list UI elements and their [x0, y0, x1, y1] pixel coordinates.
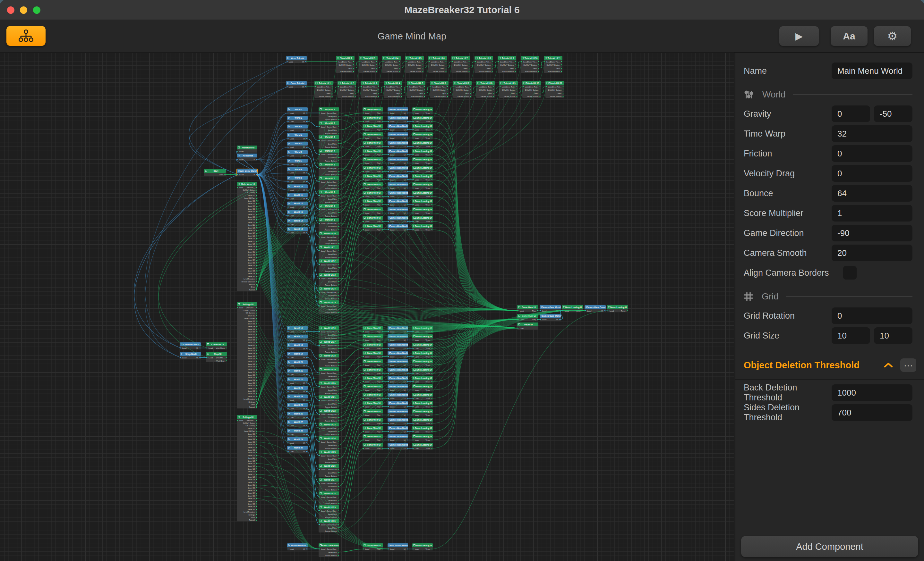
graph-node-tutorial-ui-8[interactable]: Tutorial UI 8LoadClose Tut...DUMMY Butto…: [474, 56, 493, 73]
game-direction-input[interactable]: [832, 225, 912, 241]
graph-node-main-menu-world[interactable]: Main Menu WorldLoadUI: [237, 169, 257, 176]
graph-node-world-ui-10[interactable]: World UI 10LoadGame OverLevel WinPause B…: [319, 232, 339, 245]
graph-node-tutorial-ui-6[interactable]: Tutorial UI 6LoadClose Tut...DUMMY Butto…: [430, 81, 448, 98]
graph-node-tutorial-ui-2[interactable]: Tutorial UI 2LoadClose Tut...DUMMY Butto…: [336, 56, 354, 73]
camera-smooth-input[interactable]: [832, 245, 912, 261]
graph-node-world-14[interactable]: World 14LoadUI: [287, 218, 308, 226]
graph-node-game-won-ui[interactable]: Game Won UILoadPlay: [363, 207, 383, 214]
graph-node-world-2[interactable]: World 2LoadUI: [287, 116, 308, 123]
graph-node-games-won-world[interactable]: Games Won WorldLoadUI: [388, 351, 408, 358]
graph-node-games-won-world[interactable]: Games Won WorldLoadUI: [388, 124, 408, 131]
graph-node-games-won-world[interactable]: Games Won WorldLoadUI: [388, 343, 408, 350]
friction-input[interactable]: [832, 145, 912, 162]
graph-node-games-over-world[interactable]: Games Over WorldLoadUI: [540, 314, 561, 321]
align-camera-borders-checkbox[interactable]: [843, 266, 856, 280]
node-graph[interactable]: Menu TutorialLoadUIGame TutorialLoadUISt…: [0, 52, 734, 561]
time-warp-input[interactable]: [832, 125, 912, 142]
sides-deletion-threshold-input[interactable]: [832, 404, 912, 421]
graph-node-world-ui-28[interactable]: World UI 28LoadGame OverLevel WinPause B…: [319, 491, 339, 505]
graph-node-game-won-ui[interactable]: Game Won UILoadPlay: [363, 443, 383, 450]
graph-node-games-won-world[interactable]: Games Won WorldLoadUI: [388, 426, 408, 433]
graph-node-tutorial-ui-4[interactable]: Tutorial UI 4LoadClose Tut...DUMMY Butto…: [384, 81, 402, 98]
play-button[interactable]: ▶: [779, 26, 819, 46]
gravity-x-input[interactable]: [832, 105, 870, 122]
graph-node-world-8[interactable]: World 8LoadUI: [287, 168, 308, 174]
graph-node-pause-ui[interactable]: Pause UILoad: [517, 323, 538, 329]
mind-map-mode-button[interactable]: [6, 26, 45, 46]
bounce-input[interactable]: [832, 185, 912, 202]
graph-node-game-won-ui[interactable]: Game Won UILoadPlay: [363, 149, 383, 156]
graph-node-menu-tutorial[interactable]: Menu TutorialLoadUI: [286, 56, 307, 63]
graph-node-games-won-world[interactable]: Games Won WorldLoadUI: [388, 166, 408, 173]
graph-node-world-ui-11[interactable]: World UI 11LoadGame OverLevel WinPause B…: [319, 245, 339, 259]
graph-node-all-worlds[interactable]: All WorldsLoadUI: [237, 154, 257, 161]
graph-node-world-12[interactable]: World 12LoadUI: [287, 202, 308, 209]
graph-node-world-25[interactable]: World 25LoadUI: [287, 403, 308, 410]
graph-node-game-loading-ui[interactable]: Game Loading UILoadTimer: [412, 434, 433, 441]
graph-node-game-won-ui[interactable]: Game Won UILoadPlay: [363, 157, 383, 165]
graph-node-games-won-world[interactable]: Games Won WorldLoadUI: [388, 116, 408, 123]
graph-node-game-loading-ui[interactable]: Game Loading UILoadTimer: [412, 443, 433, 450]
graph-node-character-world[interactable]: Character WorldLoadUI: [180, 343, 201, 349]
graph-node-shop-ui[interactable]: Shop UILoadDUMMY...Visit Char: [206, 352, 227, 362]
graph-node-tutorial-ui-8[interactable]: Tutorial UI 8LoadClose Tut...DUMMY Butto…: [476, 81, 495, 98]
graph-node-world-11[interactable]: World 11LoadUI: [287, 193, 308, 200]
graph-node-tutorial-ui-9[interactable]: Tutorial UI 9LoadClose Tut...DUMMY Butto…: [499, 81, 518, 98]
graph-node-world-ui-12[interactable]: World UI 12LoadGame OverLevel WinPause B…: [319, 259, 339, 272]
graph-node-world-ui-random[interactable]: World UI RandomLoadGame OverLevel WinPau…: [319, 543, 339, 557]
graph-node-game-loading-ui[interactable]: Game Loading UILoadTimer: [412, 384, 433, 391]
graph-node-game-won-ui[interactable]: Game Won UILoadPlay: [363, 434, 383, 441]
graph-node-game-loading-ui[interactable]: Game Loading UILoadTimer: [562, 305, 583, 312]
graph-node-tutorial-ui-7[interactable]: Tutorial UI 7LoadClose Tut...DUMMY Butto…: [453, 81, 472, 98]
graph-node-tutorial-ui-11[interactable]: Tutorial UI 11LoadClose Tut...DUMMY Butt…: [544, 56, 562, 73]
graph-node-tutorial-ui-5[interactable]: Tutorial UI 5LoadClose Tut...DUMMY Butto…: [405, 56, 424, 73]
graph-node-game-loading-ui[interactable]: Game Loading UILoadTimer: [412, 543, 433, 551]
graph-node-game-tutorial[interactable]: Game TutorialLoadUI: [286, 81, 307, 88]
graph-node-games-won-world[interactable]: Games Won WorldLoadUI: [388, 149, 408, 156]
text-format-button[interactable]: Aa: [831, 26, 867, 46]
graph-node-tutorial-ui-4[interactable]: Tutorial UI 4LoadClose Tut...DUMMY Butto…: [382, 56, 401, 73]
graph-node-world-ui-30[interactable]: World UI 30LoadGame OverLevel WinPause B…: [319, 519, 339, 533]
graph-node-game-loading-ui[interactable]: Game Loading UILoadTimer: [412, 401, 433, 408]
grid-size-y-input[interactable]: [874, 327, 912, 344]
graph-node-tutorial-ui-9[interactable]: Tutorial UI 9LoadClose Tut...DUMMY Butto…: [498, 56, 516, 73]
add-component-button[interactable]: Add Component: [741, 536, 918, 557]
graph-node-game-loading-ui[interactable]: Game Loading UILoadTimer: [412, 141, 433, 148]
graph-node-game-loading-ui[interactable]: Game Loading UILoadTimer: [412, 224, 433, 231]
graph-node-world-ui-5[interactable]: World UI 5LoadGame OverLevel WinPause Bu…: [319, 163, 339, 176]
name-input[interactable]: [832, 63, 912, 79]
graph-node-game-won-ui[interactable]: Game Won UILoadPlay: [363, 351, 383, 358]
graph-node-world-7[interactable]: World 7LoadUI: [287, 159, 308, 166]
graph-node-world-6[interactable]: World 6LoadUI: [287, 150, 308, 157]
graph-node-tutorial-ui-3[interactable]: Tutorial UI 3LoadClose Tut...DUMMY Butto…: [359, 56, 378, 73]
graph-node-game-loading-ui[interactable]: Game Loading UILoadTimer: [412, 418, 433, 425]
graph-node-character-ui[interactable]: Character UILoadVisit Shop: [206, 343, 227, 349]
graph-node-shop-world[interactable]: Shop WorldLoadUI: [180, 352, 201, 359]
graph-node-games-won-world[interactable]: Games Won WorldLoadUI: [388, 443, 408, 450]
graph-node-world-29[interactable]: World 29LoadUI: [287, 437, 308, 444]
graph-node-world-ui-24[interactable]: World UI 24LoadGame OverLevel WinPause B…: [319, 436, 339, 450]
graph-node-games-won-world[interactable]: Games Won WorldLoadUI: [388, 434, 408, 441]
graph-node-world-ui-23[interactable]: World UI 23LoadGame OverLevel WinPause B…: [319, 422, 339, 436]
grid-size-x-input[interactable]: [832, 327, 870, 344]
graph-node-game-loading-ui[interactable]: Game Loading UILoadTimer: [412, 409, 433, 416]
graph-node-world-20[interactable]: World 20LoadUI: [287, 361, 308, 367]
graph-node-game-loading-ui[interactable]: Game Loading UILoadTimer: [412, 116, 433, 123]
graph-node-world-4[interactable]: World 4LoadUI: [287, 133, 308, 140]
chevron-up-icon[interactable]: [884, 362, 893, 368]
graph-node-world-ui-13[interactable]: World UI 13LoadGame OverLevel WinPause B…: [319, 273, 339, 286]
graph-node-game-loading-ui[interactable]: Game Loading UILoadTimer: [607, 305, 628, 312]
graph-node-world-9[interactable]: World 9LoadUI: [287, 176, 308, 183]
graph-node-tutorial-ui-10[interactable]: Tutorial UI 10LoadClose Tut...DUMMY Butt…: [521, 56, 539, 73]
graph-node-world-ui-1[interactable]: World UI 1LoadGame OverLevel WinPause Bu…: [319, 108, 339, 121]
graph-node-settings-ui[interactable]: Settings UILoadCharacter...DUMMY ButtonG…: [237, 302, 257, 408]
graph-node-games-won-world[interactable]: Games Won WorldLoadUI: [388, 141, 408, 148]
graph-node-world-ui-18[interactable]: World UI 18LoadGame OverLevel WinPause B…: [319, 354, 339, 367]
graph-node-tutorial-ui-7[interactable]: Tutorial UI 7LoadClose Tut...DUMMY Butto…: [452, 56, 470, 73]
graph-node-game-won-ui[interactable]: Game Won UILoadPlay: [363, 116, 383, 123]
graph-node-animation-ui[interactable]: Animation UILoad: [237, 145, 257, 153]
odt-menu-button[interactable]: …: [900, 358, 916, 372]
graph-node-world-ui-3[interactable]: World UI 3LoadGame OverLevel WinPause Bu…: [319, 135, 339, 148]
graph-node-game-loading-ui[interactable]: Game Loading UILoadTimer: [412, 426, 433, 433]
graph-node-tutorial-ui-2[interactable]: Tutorial UI 2LoadClose Tut...DUMMY Butto…: [338, 81, 356, 98]
